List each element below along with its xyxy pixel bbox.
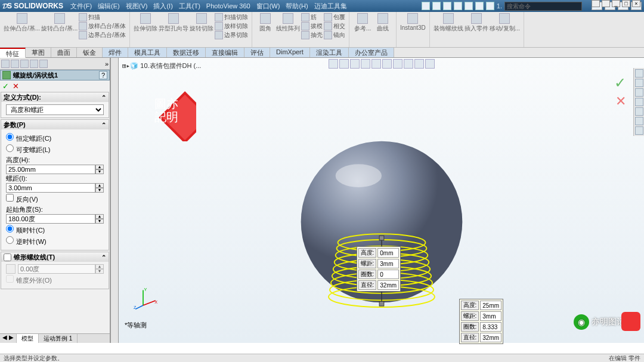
angle-up-button[interactable]: ▲ bbox=[95, 214, 104, 219]
boundary-cut-button[interactable]: 边界切除 bbox=[215, 31, 248, 39]
menu-edit[interactable]: 编辑(E) bbox=[98, 2, 120, 11]
scene-icon[interactable] bbox=[414, 59, 424, 69]
height-input[interactable] bbox=[6, 165, 95, 174]
pitch-down-button[interactable]: ▼ bbox=[95, 188, 104, 193]
fillet-button[interactable]: 圆角 bbox=[256, 13, 275, 39]
taskpane-explorer-icon[interactable] bbox=[635, 88, 643, 97]
intersect-button[interactable]: 相交 bbox=[324, 22, 345, 30]
taskpane-forum-icon[interactable] bbox=[635, 126, 643, 135]
loft-cut-button[interactable]: 放样切除 bbox=[215, 22, 248, 30]
collapse-icon[interactable]: ⌃ bbox=[101, 254, 106, 261]
loft-button[interactable]: 放样凸台/基体 bbox=[79, 22, 126, 30]
mdi-2-icon[interactable] bbox=[602, 0, 610, 7]
graphics-viewport[interactable]: ⊞▸🧊 10.表情包摆件DH (... 圖亦 記明 bbox=[119, 58, 644, 343]
appearance-icon[interactable] bbox=[404, 59, 413, 69]
taskpane-lib-icon[interactable] bbox=[635, 79, 643, 87]
mdi-max-icon[interactable]: □ bbox=[622, 0, 630, 7]
tab-features[interactable]: 特征 bbox=[0, 48, 26, 58]
curves-button[interactable]: 曲线 bbox=[373, 13, 392, 33]
const-pitch-radio[interactable]: 恒定螺距(C) bbox=[6, 133, 104, 143]
taper-checkbox[interactable] bbox=[4, 253, 11, 261]
taskpane-prop-icon[interactable] bbox=[635, 117, 643, 125]
search-input[interactable] bbox=[504, 2, 582, 11]
qat-options-icon[interactable] bbox=[486, 2, 494, 10]
confirm-ok-icon[interactable]: ✓ bbox=[614, 75, 626, 91]
cw-radio[interactable]: 顺时针(C) bbox=[6, 225, 104, 235]
display-style-icon[interactable] bbox=[382, 59, 392, 69]
mdi-1-icon[interactable] bbox=[592, 0, 600, 7]
menu-window[interactable]: 窗口(W) bbox=[256, 2, 280, 11]
pm-ok-button[interactable]: ✓ bbox=[2, 82, 9, 91]
breadcrumb[interactable]: ⊞▸🧊 10.表情包摆件DH (... bbox=[122, 61, 201, 70]
zoom-area-icon[interactable] bbox=[339, 59, 349, 69]
menu-photoview[interactable]: PhotoView 360 bbox=[206, 2, 250, 10]
zoom-fit-icon[interactable] bbox=[329, 59, 338, 69]
pitch-input[interactable] bbox=[6, 183, 95, 193]
prev-view-icon[interactable] bbox=[350, 59, 360, 69]
section-view-icon[interactable] bbox=[361, 59, 370, 69]
boundary-button[interactable]: 边界凸台/基体 bbox=[79, 31, 126, 39]
menu-view[interactable]: 视图(V) bbox=[126, 2, 148, 11]
tab-direct[interactable]: 直接编辑 bbox=[206, 48, 244, 57]
mdi-close-icon[interactable]: × bbox=[632, 0, 640, 7]
sweep-cut-button[interactable]: 扫描切除 bbox=[215, 13, 248, 21]
insert-part-button[interactable]: 插入零件 bbox=[465, 13, 488, 33]
mirror-button[interactable]: 镜向 bbox=[324, 31, 345, 39]
menu-help[interactable]: 帮助(H) bbox=[286, 2, 308, 11]
ccw-radio[interactable]: 逆时针(W) bbox=[6, 236, 104, 246]
tab-surface[interactable]: 曲面 bbox=[51, 48, 77, 57]
tab-mold[interactable]: 模具工具 bbox=[128, 48, 167, 57]
motion-tab[interactable]: 运动算例 1 bbox=[39, 334, 78, 343]
menu-file[interactable]: 文件(F) bbox=[70, 2, 92, 11]
collapse-icon[interactable]: ⌃ bbox=[101, 94, 106, 101]
qat-save-icon[interactable] bbox=[443, 2, 451, 10]
menu-tools[interactable]: 工具(T) bbox=[179, 2, 200, 11]
move-copy-button[interactable]: 移动/复制... bbox=[490, 13, 520, 33]
mdi-min-icon[interactable]: _ bbox=[612, 0, 620, 7]
pm-tab-config-icon[interactable] bbox=[20, 60, 29, 68]
menu-maidi[interactable]: 迈迪工具集 bbox=[314, 2, 347, 11]
pitch-up-button[interactable]: ▲ bbox=[95, 183, 104, 188]
height-down-button[interactable]: ▼ bbox=[95, 169, 104, 174]
tab-render[interactable]: 渲染工具 bbox=[310, 48, 349, 57]
view-orient-icon[interactable] bbox=[371, 59, 381, 69]
pm-tab-feature-icon[interactable] bbox=[1, 60, 10, 68]
confirm-cancel-icon[interactable]: ✕ bbox=[615, 94, 626, 109]
draft-button[interactable]: 拔模 bbox=[301, 22, 323, 30]
model-tab[interactable]: 模型 bbox=[17, 334, 39, 343]
qat-undo-icon[interactable] bbox=[465, 2, 473, 10]
rib-button[interactable]: 筋 bbox=[301, 13, 323, 21]
extrude-cut-button[interactable]: 拉伸切除 bbox=[134, 13, 157, 39]
taskpane-appear-icon[interactable] bbox=[635, 107, 643, 116]
qat-rebuild-icon[interactable] bbox=[475, 2, 484, 10]
instant3d-button[interactable]: Instant3D bbox=[400, 13, 426, 31]
revolve-boss-button[interactable]: 旋转凸台/基... bbox=[41, 13, 78, 39]
definition-select[interactable]: 高度和螺距 bbox=[6, 104, 104, 115]
wrap-button[interactable]: 包覆 bbox=[324, 13, 345, 21]
pm-tab-e-icon[interactable] bbox=[39, 60, 48, 68]
revolve-cut-button[interactable]: 旋转切除 bbox=[190, 13, 213, 39]
pattern-button[interactable]: 线性阵列 bbox=[276, 13, 300, 39]
tab-evaluate[interactable]: 评估 bbox=[244, 48, 270, 57]
view-settings-icon[interactable] bbox=[425, 59, 435, 69]
reverse-checkbox[interactable]: 反向(V) bbox=[6, 194, 104, 204]
var-pitch-radio[interactable]: 可变螺距(L) bbox=[6, 144, 104, 154]
menu-insert[interactable]: 插入(I) bbox=[153, 2, 172, 11]
extrude-boss-button[interactable]: 拉伸凸台/基... bbox=[4, 13, 40, 39]
pm-tab-display-icon[interactable] bbox=[30, 60, 38, 68]
tab-weldments[interactable]: 焊件 bbox=[103, 48, 128, 57]
qat-recent[interactable]: 1. bbox=[497, 2, 502, 10]
angle-down-button[interactable]: ▼ bbox=[95, 219, 104, 224]
sweep-button[interactable]: 扫描 bbox=[79, 13, 126, 21]
qat-new-icon[interactable] bbox=[422, 2, 430, 10]
collapse-icon[interactable]: ⌃ bbox=[101, 122, 106, 128]
tab-office[interactable]: 办公室产品 bbox=[349, 48, 394, 57]
taskpane-view-icon[interactable] bbox=[635, 98, 643, 106]
tab-sketch[interactable]: 草图 bbox=[26, 48, 51, 57]
shell-button[interactable]: 抽壳 bbox=[301, 31, 323, 39]
hide-show-icon[interactable] bbox=[393, 59, 402, 69]
pm-tab-prop-icon[interactable] bbox=[11, 60, 19, 68]
tab-sheetmetal[interactable]: 钣金 bbox=[77, 48, 103, 57]
pm-help-button[interactable]: ? bbox=[99, 71, 107, 79]
qat-open-icon[interactable] bbox=[432, 2, 441, 10]
